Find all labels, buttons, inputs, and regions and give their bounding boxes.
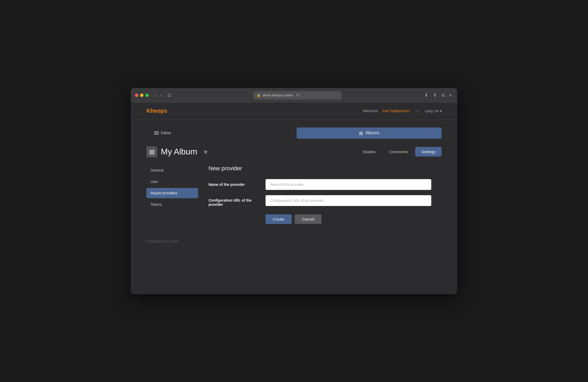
url-field-row: Configuration URL of the provider [209,195,431,207]
header-right: Welcome Joël Spaltenstein → Lang: en ▾ [363,108,442,114]
language-selector[interactable]: Lang: en ▾ [425,109,442,113]
minimize-button[interactable] [140,94,144,97]
reload-button[interactable]: ↻ [295,93,301,98]
browser-actions: ⬇ ⬆ ⧉ + [423,92,453,98]
sidebar-item-tokens[interactable]: Tokens [146,199,198,210]
album-tabs: Studies Comments Settings [356,147,442,157]
albums-tab-label: Albums [365,131,379,135]
browser-chrome: ‹ › ⊡ 🔒 demo.kheops.online ↻ ⬇ ⬆ ⧉ + [131,88,457,102]
address-bar-container: 🔒 demo.kheops.online ↻ [176,91,420,100]
fullscreen-button[interactable] [145,94,149,97]
url-text: demo.kheops.online [263,93,293,97]
provider-name-input[interactable] [266,179,431,190]
settings-tab[interactable]: Settings [415,147,442,157]
studies-tab[interactable]: Studies [356,147,382,157]
back-button[interactable]: ‹ [153,93,157,98]
new-tab-button[interactable]: + [448,93,453,98]
album-title-row: ▤ My Album ★ Studies Comments Settings [146,146,442,157]
browser-window: ‹ › ⊡ 🔒 demo.kheops.online ↻ ⬇ ⬆ ⧉ + Kh [131,88,457,294]
app-logo: Kheops [146,108,167,114]
browser-titlebar: ‹ › ⊡ 🔒 demo.kheops.online ↻ ⬇ ⬆ ⧉ + [135,91,453,102]
welcome-text: Welcome [363,109,378,113]
app-header: Kheops Welcome Joël Spaltenstein → Lang:… [131,102,457,120]
comments-tab[interactable]: Comments [383,147,414,157]
address-bar: 🔒 demo.kheops.online ↻ [254,91,342,100]
settings-main: New provider Name of the provider Config… [198,165,442,224]
logout-button[interactable]: → [414,108,421,114]
album-title-left: ▤ My Album ★ [146,146,209,157]
albums-icon: ▤ [359,131,363,136]
inbox-tab[interactable]: Inbox [146,128,179,138]
cancel-button[interactable]: Cancel [295,214,321,224]
name-label: Name of the provider [209,182,260,187]
main-area: Inbox ▤ Albums ▤ My Album ★ Studies Comm… [131,120,457,234]
sidebar-toggle-button[interactable]: ⊡ [166,92,173,98]
nav-buttons: ‹ › [153,93,163,98]
lang-arrow-icon: ▾ [440,109,442,113]
lock-icon: 🔒 [257,94,261,97]
settings-layout: General User Report providers Tokens New… [146,165,442,224]
form-actions: Create Cancel [209,214,431,224]
url-label: Configuration URL of the provider [209,195,260,207]
hamburger-icon [154,131,159,135]
forward-button[interactable]: › [158,93,163,98]
new-provider-title: New provider [209,165,431,172]
provider-url-input[interactable] [266,195,431,206]
close-button[interactable] [135,94,138,97]
app-footer: © KHEOPS, inc 2019 [131,234,457,251]
create-button[interactable]: Create [266,214,292,224]
footer-text: © KHEOPS, inc 2019 [146,239,178,243]
settings-sidebar: General User Report providers Tokens [146,165,198,224]
name-field-row: Name of the provider [209,179,431,190]
album-name: My Album [161,147,197,157]
inbox-tab-label: Inbox [161,131,171,135]
traffic-lights [135,94,149,97]
albums-tab[interactable]: ▤ Albums [297,128,442,139]
user-name: Joël Spaltenstein [382,109,410,113]
copy-button[interactable]: ⧉ [440,93,446,98]
album-icon: ▤ [146,146,157,157]
sidebar-item-report-providers[interactable]: Report providers [146,188,198,198]
sidebar-item-user[interactable]: User [146,176,198,187]
top-tabs: Inbox ▤ Albums [146,128,442,139]
app-content: Kheops Welcome Joël Spaltenstein → Lang:… [131,102,457,294]
share-button[interactable]: ⬆ [431,92,438,98]
star-icon[interactable]: ★ [203,148,209,155]
lang-label: Lang: en [425,109,439,113]
download-button[interactable]: ⬇ [423,92,430,98]
sidebar-item-general[interactable]: General [146,165,198,175]
